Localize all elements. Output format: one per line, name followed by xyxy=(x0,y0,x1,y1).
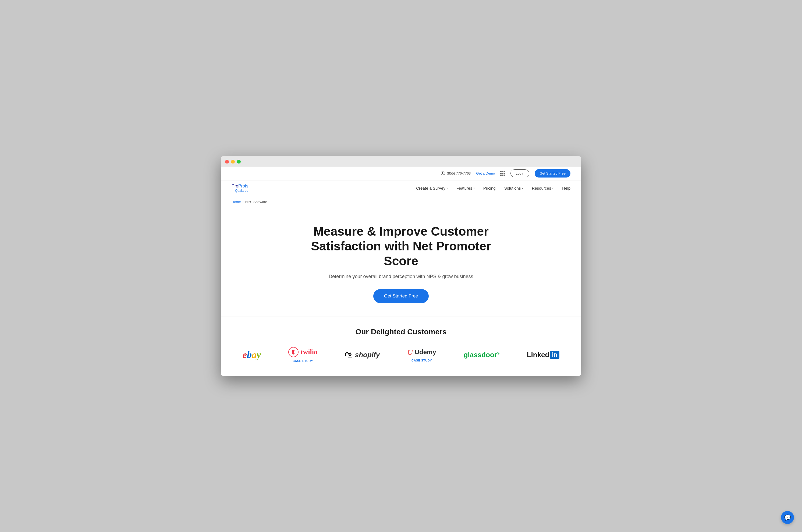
list-item: ebay xyxy=(243,349,261,360)
nav-link-create-survey[interactable]: Create a Survey ▾ xyxy=(416,186,447,190)
nav-item-create-survey[interactable]: Create a Survey ▾ xyxy=(416,186,447,190)
shopify-text: shopify xyxy=(355,351,380,359)
get-started-hero-button[interactable]: Get Started Free xyxy=(373,289,429,303)
chevron-down-icon: ▾ xyxy=(473,187,475,190)
hero-subheading: Determine your overall brand perception … xyxy=(232,274,570,280)
breadcrumb-current: NPS Software xyxy=(245,200,267,204)
twilio-case-study[interactable]: CASE STUDY xyxy=(293,359,313,363)
customers-section: Our Delighted Customers ebay xyxy=(221,317,581,376)
logos-grid: ebay twilio CASE STUDY xyxy=(232,347,570,363)
login-button[interactable]: Login xyxy=(511,169,529,177)
shopify-icon: 🛍 xyxy=(345,350,353,359)
logo[interactable]: ProProfs Qualaroo xyxy=(232,184,248,193)
phone-icon: 📞 xyxy=(441,171,445,175)
phone-number: (855) 776-7763 xyxy=(447,171,471,175)
nav-links: Create a Survey ▾ Features ▾ Pricing xyxy=(416,186,570,190)
chevron-down-icon: ▾ xyxy=(446,187,448,190)
shopify-logo[interactable]: 🛍 shopify xyxy=(345,350,380,359)
udemy-case-study[interactable]: CASE STUDY xyxy=(412,359,432,362)
svg-point-1 xyxy=(292,352,293,354)
list-item: 🛍 shopify xyxy=(345,350,380,359)
nav-link-resources[interactable]: Resources ▾ xyxy=(532,186,553,190)
breadcrumb-separator: › xyxy=(243,200,244,204)
logo-sub: Qualaroo xyxy=(232,189,248,193)
phone-info: 📞 (855) 776-7763 xyxy=(441,171,471,175)
nav-link-help[interactable]: Help xyxy=(562,186,570,190)
list-item: twilio CASE STUDY xyxy=(288,347,317,363)
hero-heading: Measure & Improve Customer Satisfaction … xyxy=(293,224,509,269)
get-demo-link[interactable]: Get a Demo xyxy=(476,171,495,175)
chat-icon: 💬 xyxy=(784,514,791,521)
list-item: Linked in xyxy=(527,351,559,359)
twilio-logo[interactable]: twilio xyxy=(288,347,317,357)
ebay-logo[interactable]: ebay xyxy=(243,349,261,360)
chat-bubble[interactable]: 💬 xyxy=(781,511,794,524)
glassdoor-logo[interactable]: glassdoor® xyxy=(464,351,499,359)
get-started-top-button[interactable]: Get Started Free xyxy=(535,169,570,177)
linkedin-logo[interactable]: Linked in xyxy=(527,351,559,359)
chevron-down-icon: ▾ xyxy=(552,187,553,190)
udemy-text: Udemy xyxy=(415,348,436,356)
nav-link-pricing[interactable]: Pricing xyxy=(483,186,496,190)
twilio-text: twilio xyxy=(301,348,317,356)
nav-bar: ProProfs Qualaroo Create a Survey ▾ Feat… xyxy=(221,180,581,196)
nav-item-features[interactable]: Features ▾ xyxy=(456,186,475,190)
linkedin-in: in xyxy=(550,351,559,359)
logo-profs: Profs xyxy=(238,184,248,188)
logo-pro: Pro xyxy=(232,184,238,188)
chevron-down-icon: ▾ xyxy=(522,187,523,190)
nav-link-features[interactable]: Features ▾ xyxy=(456,186,475,190)
svg-point-0 xyxy=(292,350,293,352)
nav-item-help[interactable]: Help xyxy=(562,186,570,190)
top-bar: 📞 (855) 776-7763 Get a Demo Login Get St… xyxy=(221,167,581,180)
nav-item-pricing[interactable]: Pricing xyxy=(483,186,496,190)
glassdoor-text: glassdoor® xyxy=(464,351,499,359)
browser-window: 📞 (855) 776-7763 Get a Demo Login Get St… xyxy=(221,156,581,376)
udemy-logo[interactable]: U Udemy xyxy=(407,347,436,357)
breadcrumb-home[interactable]: Home xyxy=(232,200,241,204)
twilio-icon xyxy=(288,347,299,357)
page-content: 📞 (855) 776-7763 Get a Demo Login Get St… xyxy=(221,167,581,376)
minimize-button[interactable] xyxy=(231,160,235,164)
traffic-lights xyxy=(225,160,577,164)
list-item: glassdoor® xyxy=(464,351,499,359)
breadcrumb: Home › NPS Software xyxy=(221,196,581,208)
hero-section: Measure & Improve Customer Satisfaction … xyxy=(221,208,581,317)
maximize-button[interactable] xyxy=(237,160,241,164)
browser-chrome xyxy=(221,156,581,167)
close-button[interactable] xyxy=(225,160,229,164)
linkedin-text: Linked xyxy=(527,351,550,359)
udemy-u: U xyxy=(407,347,413,357)
apps-grid-icon[interactable] xyxy=(500,171,505,176)
customers-heading: Our Delighted Customers xyxy=(232,328,570,336)
nav-item-solutions[interactable]: Solutions ▾ xyxy=(504,186,523,190)
nav-link-solutions[interactable]: Solutions ▾ xyxy=(504,186,523,190)
list-item: U Udemy CASE STUDY xyxy=(407,347,436,362)
nav-item-resources[interactable]: Resources ▾ xyxy=(532,186,553,190)
